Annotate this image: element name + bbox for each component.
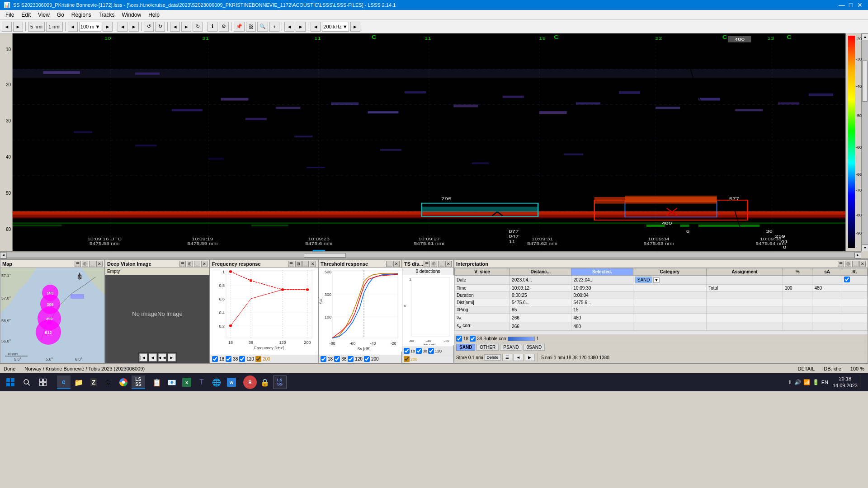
- echogram[interactable]: 10 31 11 11 19 22 13 C C C C 480 795: [13, 33, 845, 251]
- app-security[interactable]: 🔒: [258, 375, 272, 389]
- interp-new-button[interactable]: ☰: [838, 261, 844, 267]
- menu-view[interactable]: View: [34, 11, 53, 19]
- row1-r-check[interactable]: [844, 277, 850, 282]
- ping2-button[interactable]: 1 nmi: [46, 22, 63, 32]
- freq-fit-button[interactable]: ⊞: [295, 261, 302, 267]
- dv-fit-button[interactable]: ⊞: [187, 261, 193, 267]
- redo-button[interactable]: ↻: [155, 22, 165, 32]
- thresh-120-check[interactable]: [348, 356, 354, 362]
- store-play-button[interactable]: ▶: [525, 354, 535, 361]
- app-notes[interactable]: 📋: [150, 375, 164, 389]
- app-excel[interactable]: X: [180, 375, 193, 389]
- minimize-button[interactable]: —: [837, 0, 846, 9]
- play-cycle-button[interactable]: ↻: [193, 22, 203, 32]
- play-fwd-button[interactable]: ►: [181, 22, 191, 32]
- thresh-200-check[interactable]: [364, 356, 370, 362]
- pin-button[interactable]: 📌: [234, 22, 245, 32]
- delete-button[interactable]: Delete: [484, 354, 500, 361]
- osand-button[interactable]: 0SAND: [524, 344, 545, 351]
- thresh-38-check[interactable]: [334, 356, 340, 362]
- app-ie[interactable]: e: [57, 375, 71, 389]
- ts-18-check[interactable]: [404, 348, 410, 354]
- cut-left-button[interactable]: ◄: [284, 22, 294, 32]
- freq-120-check[interactable]: [239, 356, 245, 362]
- app-ref[interactable]: R: [243, 375, 257, 389]
- plus-button[interactable]: +: [269, 22, 279, 32]
- tray-icon-2[interactable]: 🔊: [794, 379, 801, 385]
- dv-back2-button[interactable]: ◄◄: [158, 353, 166, 361]
- cut-right-button[interactable]: ►: [296, 22, 306, 32]
- app-ssas[interactable]: LSSS: [132, 375, 145, 389]
- range-dropdown[interactable]: 100 m ▼: [79, 22, 101, 32]
- menu-window[interactable]: Window: [118, 11, 145, 19]
- maximize-button[interactable]: □: [846, 0, 855, 9]
- dv-first-button[interactable]: |◄: [139, 353, 147, 361]
- windows-button[interactable]: [4, 375, 17, 389]
- freq-menu-button[interactable]: ☰: [288, 261, 294, 267]
- tray-lang[interactable]: EN: [821, 380, 828, 385]
- ts-120-check[interactable]: [428, 348, 434, 354]
- taskview-button[interactable]: [36, 375, 50, 389]
- app-zara[interactable]: Z: [87, 375, 100, 389]
- menu-regions[interactable]: Regions: [68, 11, 95, 19]
- play-back-button[interactable]: ◄: [170, 22, 180, 32]
- app-mail[interactable]: 📧: [165, 375, 179, 389]
- app-word[interactable]: W: [225, 375, 238, 389]
- dv-close-button[interactable]: ✕: [201, 261, 208, 267]
- psand-button[interactable]: PSAND: [500, 344, 522, 351]
- map-min-button[interactable]: _: [89, 261, 95, 267]
- app-edge[interactable]: 🌐: [210, 375, 223, 389]
- other-button[interactable]: OTHER: [476, 344, 499, 351]
- freq-200-check[interactable]: [255, 356, 261, 362]
- menu-go[interactable]: Go: [53, 11, 68, 19]
- bubble-slider[interactable]: [508, 337, 535, 341]
- info-button[interactable]: ℹ: [208, 22, 217, 32]
- ts-menu-button[interactable]: ☰: [424, 261, 430, 267]
- interp-min-button[interactable]: _: [852, 261, 859, 267]
- search-button[interactable]: [20, 375, 33, 389]
- dv-next-button[interactable]: ►: [168, 353, 176, 361]
- app-teams[interactable]: T: [195, 375, 208, 389]
- app-lsss[interactable]: LSSS: [273, 375, 287, 389]
- thresh-18-check[interactable]: [321, 356, 326, 362]
- freq-18-check[interactable]: [212, 356, 218, 362]
- ts-38-check[interactable]: [416, 348, 422, 354]
- ts-fit-button[interactable]: ⊞: [431, 261, 437, 267]
- nav-back-button[interactable]: ◄: [2, 22, 12, 32]
- freq-fwd-button[interactable]: ►: [350, 22, 360, 32]
- dv-min-button[interactable]: _: [194, 261, 200, 267]
- menu-file[interactable]: File: [2, 11, 18, 19]
- bubble-18-check[interactable]: [456, 336, 462, 342]
- freq-close-button[interactable]: ✕: [310, 261, 316, 267]
- freq-dropdown[interactable]: 200 kHz ▼: [322, 22, 349, 32]
- category-dropdown[interactable]: ▼: [653, 277, 660, 283]
- ts-200-check[interactable]: [404, 356, 410, 362]
- map-menu-button[interactable]: ☰: [75, 261, 81, 267]
- map-close-button[interactable]: ✕: [96, 261, 103, 267]
- go-back-button[interactable]: ◄: [118, 22, 127, 32]
- thresh-close-button[interactable]: ✕: [393, 261, 400, 267]
- nav-fwd-button[interactable]: ►: [13, 22, 23, 32]
- tray-icon-1[interactable]: ⬆: [788, 379, 792, 385]
- link-button[interactable]: ⛓: [246, 22, 256, 32]
- horizontal-scrollbar[interactable]: ◄ ►: [0, 251, 861, 258]
- tray-wifi[interactable]: 📶: [803, 379, 810, 385]
- settings-button[interactable]: ⚙: [219, 22, 229, 32]
- bubble-38-check[interactable]: [470, 336, 476, 342]
- app-chrome[interactable]: [117, 375, 130, 389]
- tray-battery[interactable]: 🔋: [812, 379, 819, 385]
- store-list-button[interactable]: ☰: [502, 354, 512, 361]
- range-fwd-button[interactable]: ►: [103, 22, 113, 32]
- app-filemanager[interactable]: 🗂: [102, 375, 115, 389]
- interp-fit-button[interactable]: ⊞: [845, 261, 851, 267]
- close-button[interactable]: ✕: [855, 0, 864, 9]
- freq-back-button[interactable]: ◄: [311, 22, 321, 32]
- app-files[interactable]: 📁: [72, 375, 85, 389]
- vertical-scrollbar[interactable]: ▲ ▼: [861, 33, 868, 251]
- ts-close-button[interactable]: ✕: [445, 261, 452, 267]
- dv-menu-button[interactable]: ☰: [179, 261, 186, 267]
- go-fwd-button[interactable]: ►: [129, 22, 139, 32]
- store-prev-button[interactable]: ◄: [514, 354, 524, 361]
- thresh-min-button[interactable]: _: [386, 261, 392, 267]
- zoom-button[interactable]: 🔍: [257, 22, 268, 32]
